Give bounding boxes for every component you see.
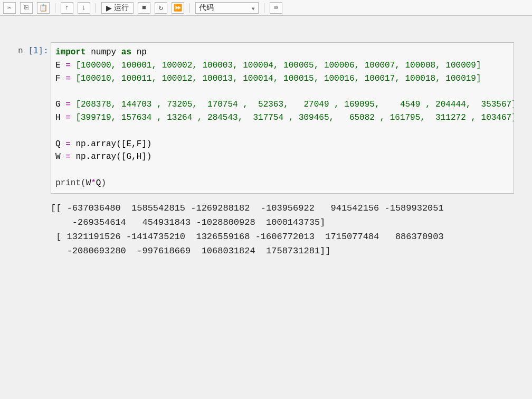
run-label: 运行 [114, 3, 129, 13]
fast-forward-button[interactable]: ⏩ [172, 2, 184, 14]
separator [96, 3, 96, 13]
code-input[interactable]: import numpy as np E = [100000, 100001, … [51, 42, 514, 194]
command-palette-button[interactable]: ⌨ [270, 2, 282, 14]
arrow-down-icon: ↓ [82, 4, 86, 12]
code-cell[interactable]: n [1]: import numpy as np E = [100000, 1… [18, 42, 514, 194]
stop-icon: ■ [142, 4, 146, 12]
keyboard-icon: ⌨ [274, 4, 278, 12]
run-button[interactable]: ▶ 运行 [101, 2, 134, 14]
copy-icon: ⎘ [24, 4, 28, 12]
stop-button[interactable]: ■ [138, 2, 150, 14]
output-line: -269354614 454931843 -1028800928 1000143… [51, 217, 325, 227]
play-icon: ▶ [106, 4, 112, 12]
output-line: -2080693280 -997618669 1068031824 175873… [51, 246, 331, 256]
move-down-button[interactable]: ↓ [78, 2, 90, 14]
cell-type-select[interactable]: 代码 ▾ [195, 2, 259, 14]
cell-type-value: 代码 [199, 3, 214, 13]
move-up-button[interactable]: ↑ [61, 2, 73, 14]
arrow-up-icon: ↑ [65, 4, 69, 12]
restart-icon: ↻ [159, 4, 163, 12]
cell-output: [[ -637036480 1585542815 -1269288182 -10… [18, 201, 514, 259]
output-line: [ 1321191526 -1414735210 1326559168 -160… [51, 232, 444, 242]
notebook-area: n [1]: import numpy as np E = [100000, 1… [0, 16, 532, 399]
output-line: [[ -637036480 1585542815 -1269288182 -10… [51, 203, 444, 213]
separator [189, 3, 190, 13]
separator [264, 3, 264, 13]
restart-button[interactable]: ↻ [155, 2, 167, 14]
paste-icon: 📋 [39, 4, 48, 12]
toolbar: ✂ ⎘ 📋 ↑ ↓ ▶ 运行 ■ ↻ ⏩ 代码 ▾ ⌨ [0, 0, 532, 16]
cell-prompt: n [1]: [18, 42, 51, 194]
separator [55, 3, 55, 13]
cut-button[interactable]: ✂ [3, 2, 16, 14]
copy-button[interactable]: ⎘ [20, 2, 33, 14]
fast-forward-icon: ⏩ [174, 4, 182, 12]
paste-button[interactable]: 📋 [37, 2, 50, 14]
scissors-icon: ✂ [7, 4, 12, 12]
chevron-down-icon: ▾ [252, 5, 255, 12]
